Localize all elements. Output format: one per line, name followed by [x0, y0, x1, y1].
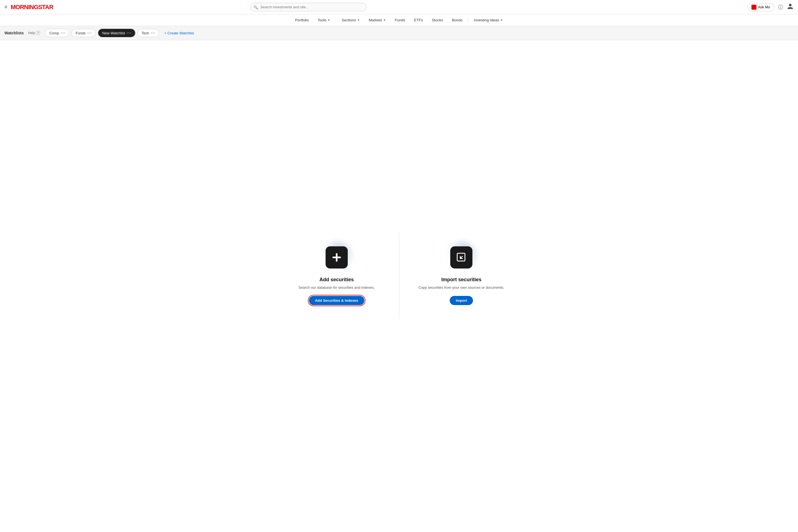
nav-bonds[interactable]: Bonds — [448, 14, 467, 26]
watchlist-tab-comp[interactable]: Comp ⋯ — [45, 29, 69, 37]
nav-divider — [468, 17, 468, 23]
add-securities-icon-wrap — [323, 244, 350, 271]
add-securities-button[interactable]: Add Securities & Indexes — [309, 296, 364, 305]
import-icon — [456, 252, 467, 263]
nav-investing-ideas[interactable]: Investing Ideas ▼ — [469, 14, 507, 26]
chevron-down-icon: ▼ — [500, 19, 503, 22]
search-icon: 🔍 — [253, 5, 258, 9]
tab-options-icon[interactable]: ⋯ — [61, 31, 65, 35]
tab-options-icon[interactable]: ⋯ — [151, 31, 155, 35]
chevron-down-icon: ▼ — [383, 19, 386, 22]
watchlist-tab-funds[interactable]: Funds ⋯ — [72, 29, 96, 37]
nav-divider — [336, 17, 336, 23]
watchlist-tab-new-watchlist[interactable]: New Watchlist ⋯ — [98, 29, 135, 37]
tab-options-icon[interactable]: ⋯ — [87, 31, 92, 35]
help-icon[interactable]: ⓘ — [778, 4, 783, 11]
nav-stocks[interactable]: Stocks — [427, 14, 448, 26]
nav-tools[interactable]: Tools ▼ — [314, 14, 335, 26]
chevron-down-icon: ▼ — [357, 19, 360, 22]
hamburger-menu-icon[interactable]: ≡ — [4, 4, 7, 10]
watchlists-bar: Watchlists Help ? Comp ⋯ Funds ⋯ New Wat… — [0, 26, 798, 40]
svg-rect-1 — [332, 256, 341, 258]
top-navigation: ≡ MORNINGSTAR 🔍 Ask Mo ⓘ — [0, 0, 798, 14]
user-icon[interactable] — [787, 3, 794, 11]
ask-mo-button[interactable]: Ask Mo — [747, 3, 774, 11]
nav-portfolio[interactable]: Portfolio — [291, 14, 314, 26]
import-securities-title: Import securities — [441, 277, 481, 283]
import-securities-icon-wrap — [448, 244, 475, 271]
import-button[interactable]: Import — [450, 296, 473, 305]
nav-funds[interactable]: Funds — [391, 14, 410, 26]
watchlist-tab-tech[interactable]: Tech ⋯ — [137, 29, 159, 37]
action-cards: Add securities Search our database for s… — [274, 232, 524, 319]
ask-mo-label: Ask Mo — [758, 5, 770, 9]
watchlists-help[interactable]: Help ? — [28, 31, 40, 35]
tab-options-icon[interactable]: ⋯ — [127, 31, 131, 35]
import-securities-icon-box — [450, 246, 472, 268]
logo-m: M — [11, 4, 16, 11]
create-watchlist-button[interactable]: + Create Watchlist — [162, 30, 196, 37]
ask-mo-icon — [752, 5, 757, 10]
search-input[interactable] — [250, 3, 366, 11]
nav-etfs[interactable]: ETFs — [410, 14, 427, 26]
search-bar: 🔍 — [250, 3, 366, 11]
nav-markets[interactable]: Markets ▼ — [364, 14, 391, 26]
nav-sections[interactable]: Sections ▼ — [337, 14, 364, 26]
logo[interactable]: MORNINGSTAR — [11, 4, 54, 11]
nav-right: Ask Mo ⓘ — [747, 3, 794, 11]
plus-icon — [331, 252, 342, 263]
logo-text: ORNINGSTAR — [16, 4, 53, 11]
help-circle-icon: ? — [36, 31, 40, 35]
add-securities-description: Search our database for securities and i… — [299, 285, 375, 290]
main-content: Add securities Search our database for s… — [0, 40, 798, 522]
secondary-navigation: Portfolio Tools ▼ Sections ▼ Markets ▼ F… — [0, 14, 798, 26]
chevron-down-icon: ▼ — [327, 19, 330, 22]
watchlists-label: Watchlists — [4, 31, 24, 35]
import-securities-card: Import securities Copy securities from y… — [399, 232, 524, 319]
add-securities-card: Add securities Search our database for s… — [274, 232, 399, 319]
import-securities-description: Copy securities from your own sources or… — [418, 285, 504, 290]
add-securities-title: Add securities — [320, 277, 354, 283]
add-securities-icon-box — [326, 246, 348, 268]
watchlist-tabs: Comp ⋯ Funds ⋯ New Watchlist ⋯ Tech ⋯ — [45, 29, 159, 37]
